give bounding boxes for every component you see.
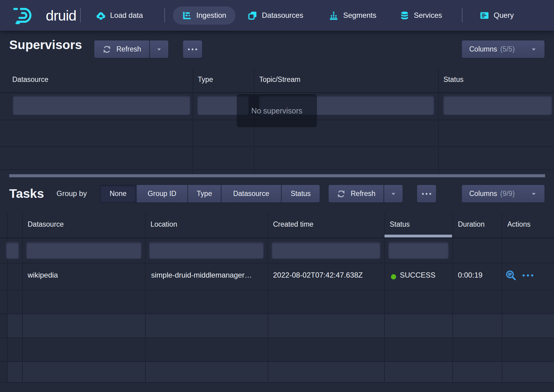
no-supervisors-message: No supervisors — [237, 94, 317, 127]
tasks-filter-status-input[interactable] — [388, 241, 449, 259]
tasks-header-actions: Actions — [507, 220, 530, 229]
chevron-down-icon — [530, 46, 537, 53]
nav-datasources[interactable]: Datasources — [248, 11, 303, 20]
nav-query[interactable]: Query — [480, 11, 514, 20]
supervisors-title: Supervisors — [9, 36, 82, 54]
success-status-dot — [391, 274, 396, 279]
nav-query-label: Query — [494, 11, 514, 20]
supervisors-header-topic-stream[interactable]: Topic/Stream — [259, 75, 300, 84]
supervisors-refresh-label: Refresh — [116, 45, 141, 53]
tasks-header-status[interactable]: Status — [390, 220, 410, 229]
task-row-duration: 0:00:19 — [458, 271, 482, 279]
gantt-chart-icon — [182, 11, 192, 20]
nav-services-label: Services — [414, 11, 442, 20]
group-by-label: Group by — [57, 189, 87, 198]
tasks-refresh-button[interactable]: Refresh — [329, 185, 384, 202]
supervisors-refresh-caret-button[interactable] — [149, 40, 168, 58]
nav-datasources-label: Datasources — [262, 11, 303, 20]
supervisors-filter-status-input[interactable] — [443, 95, 552, 115]
druid-logo-icon — [11, 6, 41, 25]
chevron-down-icon — [530, 190, 537, 197]
row-divider — [0, 263, 554, 263]
task-row-created-time[interactable]: 2022-08-02T07:42:47.638Z — [273, 271, 363, 279]
nav-load-data[interactable]: Load data — [96, 11, 143, 20]
navbar-divider — [80, 8, 81, 22]
task-row-datasource[interactable]: wikipedia — [28, 271, 58, 279]
header-divider — [0, 92, 554, 93]
task-row-actions — [505, 270, 534, 281]
supervisors-more-button[interactable] — [183, 40, 202, 58]
task-detail-search-icon[interactable] — [505, 270, 517, 281]
column-divider — [502, 213, 502, 383]
row-divider — [0, 382, 554, 383]
group-by-type-button[interactable]: Type — [188, 185, 221, 202]
supervisors-table: Datasource Type Topic/Stream Status No s… — [0, 68, 554, 174]
supervisors-header-type[interactable]: Type — [198, 75, 213, 84]
tasks-header-created-time[interactable]: Created time — [273, 220, 314, 229]
nav-ingestion[interactable]: Ingestion — [173, 6, 235, 25]
zebra-row — [7, 313, 554, 337]
nav-services[interactable]: Services — [400, 11, 442, 20]
group-by-group-id-button[interactable]: Group ID — [137, 185, 187, 202]
supervisors-refresh-button[interactable]: Refresh — [94, 40, 149, 58]
column-divider — [267, 213, 268, 383]
tasks-columns-button[interactable]: Columns (9/9) — [462, 185, 544, 202]
supervisors-columns-label: Columns — [469, 45, 497, 53]
navbar-divider — [462, 8, 462, 22]
nav-ingestion-label: Ingestion — [196, 11, 226, 20]
tasks-header-location[interactable]: Location — [150, 220, 177, 229]
row-divider — [0, 290, 554, 290]
tasks-refresh-caret-button[interactable] — [384, 185, 403, 202]
tasks-title: Tasks — [9, 184, 44, 203]
status-sort-indicator — [384, 235, 452, 237]
supervisors-columns-button[interactable]: Columns (5/5) — [462, 40, 544, 58]
row-divider — [0, 169, 554, 170]
pane-splitter-handle[interactable] — [9, 174, 545, 177]
tasks-more-button[interactable] — [417, 185, 436, 202]
supervisors-columns-count: (5/5) — [500, 45, 515, 53]
refresh-icon — [102, 45, 111, 54]
tasks-refresh-group: Refresh — [329, 185, 403, 202]
row-divider — [0, 313, 554, 314]
group-by-datasource-button[interactable]: Datasource — [221, 185, 281, 202]
row-divider — [0, 361, 554, 362]
document-icon — [480, 11, 489, 20]
layers-icon — [248, 11, 257, 20]
tasks-columns-count: (9/9) — [500, 190, 515, 198]
task-actions-more-icon[interactable] — [522, 274, 534, 277]
column-divider — [22, 213, 23, 383]
tasks-header-datasource[interactable]: Datasource — [28, 220, 64, 229]
druid-logo[interactable]: druid — [11, 6, 76, 25]
more-icon — [421, 192, 432, 195]
tasks-table: Datasource Location Created time Status … — [0, 213, 554, 383]
bar-chart-icon — [329, 11, 338, 20]
column-divider — [7, 213, 8, 383]
supervisors-filter-datasource-input[interactable] — [12, 95, 191, 115]
group-by-button-group: None Group ID Type Datasource Status — [100, 185, 320, 202]
column-divider — [384, 213, 385, 383]
tasks-filter-created-time-input[interactable] — [271, 241, 381, 259]
column-divider — [145, 213, 146, 383]
task-row-status[interactable]: SUCCESS — [400, 271, 435, 279]
druid-console: druid Load data Ingestion — [0, 0, 554, 392]
supervisors-refresh-group: Refresh — [94, 40, 168, 58]
supervisors-header-datasource[interactable]: Datasource — [12, 75, 49, 84]
group-by-none-button[interactable]: None — [100, 185, 136, 202]
nav-segments[interactable]: Segments — [329, 11, 376, 20]
upload-icon — [96, 11, 106, 20]
supervisors-header-status[interactable]: Status — [443, 75, 463, 84]
column-divider — [193, 68, 193, 174]
task-row-location[interactable]: simple-druid-middlemanager… — [151, 271, 252, 279]
logo-wordmark: druid — [46, 7, 76, 24]
column-divider — [438, 68, 439, 174]
column-divider — [452, 213, 453, 383]
zebra-row — [7, 361, 554, 383]
tasks-filter-first-input[interactable] — [6, 241, 19, 259]
refresh-icon — [337, 189, 346, 198]
tasks-columns-label: Columns — [469, 190, 497, 198]
tasks-filter-location-input[interactable] — [149, 241, 264, 259]
tasks-header-duration[interactable]: Duration — [458, 220, 485, 229]
more-icon — [187, 48, 198, 51]
tasks-filter-datasource-input[interactable] — [26, 241, 142, 259]
group-by-status-button[interactable]: Status — [282, 185, 320, 202]
